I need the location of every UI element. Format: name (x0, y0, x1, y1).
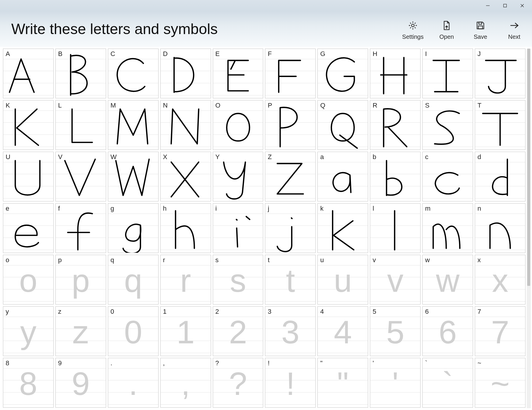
handwriting-ink (265, 204, 315, 253)
handwriting-ink (423, 49, 473, 98)
handwriting-cell[interactable]: 99 (55, 358, 106, 408)
cell-hint-glyph: o (3, 255, 53, 304)
handwriting-cell[interactable]: g (108, 203, 159, 253)
handwriting-cell[interactable]: G (317, 49, 368, 98)
handwriting-cell[interactable]: uu (317, 255, 368, 305)
open-button[interactable]: Open (435, 20, 458, 40)
handwriting-cell[interactable]: "" (317, 358, 368, 408)
minimize-button[interactable] (479, 0, 496, 11)
handwriting-cell[interactable]: U (3, 152, 54, 201)
cell-label: r (163, 256, 165, 264)
handwriting-cell[interactable]: pp (55, 255, 106, 305)
handwriting-cell[interactable]: c (422, 152, 473, 201)
handwriting-cell[interactable]: 33 (265, 306, 316, 356)
handwriting-cell[interactable]: zz (55, 306, 106, 356)
settings-label: Settings (402, 33, 424, 40)
handwriting-ink (370, 49, 420, 98)
scrollbar-thumb[interactable] (527, 49, 530, 286)
handwriting-cell[interactable]: i (213, 203, 263, 253)
handwriting-cell[interactable]: ~~ (475, 358, 525, 408)
handwriting-cell[interactable]: m (422, 203, 473, 253)
handwriting-cell[interactable]: j (265, 203, 316, 253)
handwriting-cell[interactable]: V (55, 152, 106, 201)
handwriting-cell[interactable]: Q (317, 100, 368, 150)
cell-hint-glyph: r (161, 255, 211, 304)
handwriting-cell[interactable]: b (370, 152, 421, 201)
handwriting-cell[interactable]: F (265, 49, 316, 98)
handwriting-cell[interactable]: rr (160, 255, 211, 305)
handwriting-cell[interactable]: E (213, 49, 263, 98)
handwriting-cell[interactable]: qq (108, 255, 159, 305)
handwriting-cell[interactable]: J (475, 49, 525, 98)
next-button[interactable]: Next (502, 20, 526, 40)
handwriting-ink (475, 49, 525, 98)
handwriting-cell[interactable]: a (317, 152, 368, 201)
handwriting-cell[interactable]: W (108, 152, 159, 201)
handwriting-cell[interactable]: ,, (160, 358, 211, 408)
handwriting-cell[interactable]: xx (475, 255, 525, 305)
handwriting-cell[interactable]: P (265, 100, 316, 150)
handwriting-cell[interactable]: '' (370, 358, 421, 408)
cell-label: 9 (58, 359, 62, 367)
handwriting-cell[interactable]: h (160, 203, 211, 253)
handwriting-cell[interactable]: ?? (213, 358, 263, 408)
handwriting-cell[interactable]: 44 (317, 306, 368, 356)
cell-label: 1 (163, 308, 167, 315)
handwriting-ink (3, 49, 53, 98)
handwriting-cell[interactable]: ww (422, 255, 473, 305)
handwriting-cell[interactable]: N (160, 100, 211, 150)
cell-hint-glyph: v (370, 255, 420, 304)
handwriting-cell[interactable]: 66 (422, 306, 473, 356)
handwriting-cell[interactable]: L (55, 100, 106, 150)
gear-icon (408, 20, 418, 32)
handwriting-cell[interactable]: ss (213, 255, 263, 305)
handwriting-ink (108, 204, 158, 253)
handwriting-cell[interactable]: K (3, 100, 54, 150)
handwriting-cell[interactable]: k (317, 203, 368, 253)
cell-hint-glyph: 1 (161, 307, 211, 356)
save-label: Save (474, 33, 487, 40)
handwriting-cell[interactable]: I (422, 49, 473, 98)
handwriting-cell[interactable]: 11 (160, 306, 211, 356)
handwriting-cell[interactable]: X (160, 152, 211, 201)
handwriting-cell[interactable]: !! (265, 358, 316, 408)
save-button[interactable]: Save (469, 20, 492, 40)
handwriting-cell[interactable]: H (370, 49, 421, 98)
handwriting-cell[interactable]: A (3, 49, 54, 98)
handwriting-cell[interactable]: .. (108, 358, 159, 408)
settings-button[interactable]: Settings (401, 20, 425, 40)
close-button[interactable] (514, 0, 531, 11)
handwriting-cell[interactable]: B (55, 49, 106, 98)
handwriting-cell[interactable]: vv (370, 255, 421, 305)
handwriting-cell[interactable]: n (475, 203, 525, 253)
handwriting-cell[interactable]: D (160, 49, 211, 98)
handwriting-cell[interactable]: O (213, 100, 263, 150)
handwriting-cell[interactable]: e (3, 203, 54, 253)
cell-hint-glyph: 8 (3, 358, 53, 407)
handwriting-cell[interactable]: d (475, 152, 525, 201)
handwriting-ink (161, 49, 211, 98)
open-label: Open (440, 33, 454, 40)
maximize-button[interactable] (496, 0, 514, 11)
handwriting-cell[interactable]: Y (213, 152, 263, 201)
handwriting-cell[interactable]: R (370, 100, 421, 150)
handwriting-cell[interactable]: `` (422, 358, 473, 408)
handwriting-cell[interactable]: 88 (3, 358, 54, 408)
handwriting-cell[interactable]: T (475, 100, 525, 150)
handwriting-cell[interactable]: f (55, 203, 106, 253)
handwriting-cell[interactable]: C (108, 49, 159, 98)
vertical-scrollbar[interactable] (527, 49, 531, 408)
handwriting-cell[interactable]: S (422, 100, 473, 150)
handwriting-cell[interactable]: Z (265, 152, 316, 201)
handwriting-cell[interactable]: tt (265, 255, 316, 305)
handwriting-cell[interactable]: yy (3, 306, 54, 356)
handwriting-cell[interactable]: l (370, 203, 421, 253)
handwriting-cell[interactable]: 00 (108, 306, 159, 356)
handwriting-cell[interactable]: 22 (213, 306, 263, 356)
cell-hint-glyph: u (318, 255, 368, 304)
handwriting-cell[interactable]: 77 (475, 306, 525, 356)
handwriting-cell[interactable]: M (108, 100, 159, 150)
handwriting-cell[interactable]: oo (3, 255, 54, 305)
handwriting-cell[interactable]: 55 (370, 306, 421, 356)
cell-hint-glyph: t (265, 255, 315, 304)
